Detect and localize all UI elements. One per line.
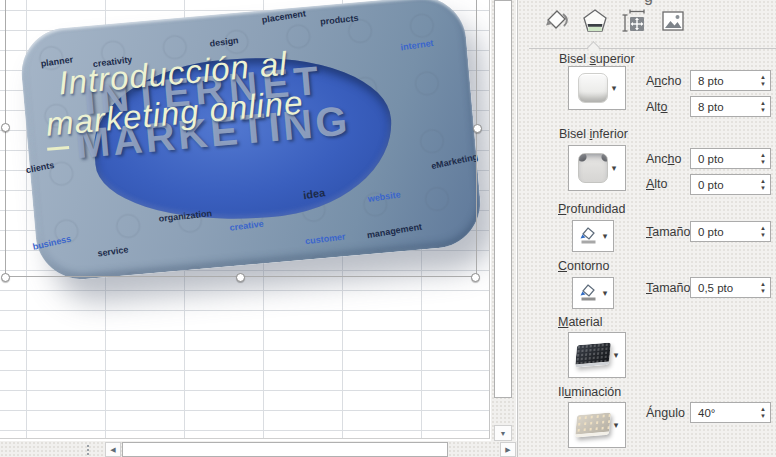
field-label-alto-1: Alto	[646, 100, 668, 114]
puzzle-picture[interactable]: INTERNET MARKETING planner creativity de…	[18, 0, 484, 283]
input-value: 8 pto	[691, 101, 756, 113]
depth-size-input[interactable]: 0 pto ▲▼	[690, 221, 771, 242]
label-text-part: o	[675, 152, 682, 166]
spinner-arrows: ▲▼	[756, 100, 770, 113]
field-label-tamano-2: Tamaño	[646, 281, 690, 295]
spin-down-icon[interactable]: ▼	[760, 232, 766, 238]
vertical-scrollbar[interactable]: ▼	[491, 0, 516, 441]
word-label: service	[97, 244, 129, 258]
word-label: management	[366, 222, 422, 241]
paint-bucket-icon	[544, 8, 570, 34]
word-label: products	[320, 13, 359, 27]
field-label-angulo: Ángulo	[646, 406, 685, 420]
label-text-part: cho	[661, 74, 681, 88]
size-properties-icon	[621, 8, 647, 34]
spin-down-icon[interactable]: ▼	[760, 185, 766, 191]
label-text-part: minación	[571, 385, 621, 399]
label-text-part: ontorno	[567, 259, 609, 273]
word-label: website	[367, 189, 401, 203]
spin-down-icon[interactable]: ▼	[760, 81, 766, 87]
bevel-top-gallery-button[interactable]: ▾	[568, 66, 626, 110]
label-text-part: Bisel	[559, 127, 590, 141]
word-label: creative	[229, 219, 264, 233]
label-text-part: Anc	[646, 152, 668, 166]
spinner-arrows: ▲▼	[756, 178, 770, 191]
spin-down-icon[interactable]: ▼	[760, 159, 766, 165]
spin-up-icon[interactable]: ▲	[760, 152, 766, 158]
spinner-arrows: ▲▼	[756, 281, 770, 294]
spinner-arrows: ▲▼	[756, 406, 770, 419]
tab-size-properties[interactable]	[620, 6, 647, 35]
lighting-gallery-button[interactable]: ▾	[568, 402, 626, 448]
label-text-part: amaño	[652, 281, 690, 295]
word-label: placement	[261, 8, 307, 25]
spin-up-icon[interactable]: ▲	[760, 406, 766, 412]
field-label-tamano-1: Tamaño	[646, 225, 690, 239]
label-text-part: uperior	[596, 52, 635, 66]
scroll-left-button[interactable]: ◀	[105, 442, 121, 457]
spin-down-icon[interactable]: ▼	[760, 107, 766, 113]
material-gallery-button[interactable]: ▾	[568, 332, 626, 378]
bevel-bottom-gallery-button[interactable]: ▾	[568, 145, 626, 191]
spin-up-icon[interactable]: ▲	[760, 100, 766, 106]
selection-handle-bottom-center[interactable]	[236, 273, 245, 282]
depth-bucket-icon	[579, 227, 599, 245]
selection-handle-right[interactable]	[473, 124, 482, 133]
depth-color-button[interactable]: ▾	[572, 220, 614, 252]
word-label: customer	[305, 231, 346, 246]
spin-up-icon[interactable]: ▲	[760, 281, 766, 287]
spin-down-icon[interactable]: ▼	[760, 288, 766, 294]
section-label-bevel-bottom: Bisel inferior	[559, 127, 628, 141]
input-value: 0 pto	[691, 153, 756, 165]
label-text-part: aterial	[568, 315, 602, 329]
selection-handle-bottom-left[interactable]	[1, 273, 10, 282]
spin-up-icon[interactable]: ▲	[760, 74, 766, 80]
selection-handle-left[interactable]	[1, 123, 10, 132]
spin-down-icon[interactable]: ▼	[760, 413, 766, 419]
spin-up-icon[interactable]: ▲	[760, 225, 766, 231]
spinner-arrows: ▲▼	[756, 152, 770, 165]
word-label: eMarketing	[430, 152, 479, 172]
label-text-part: h	[668, 152, 675, 166]
tab-fill-line[interactable]	[543, 6, 570, 35]
section-label-depth: Profundidad	[558, 202, 625, 216]
spin-up-icon[interactable]: ▲	[760, 178, 766, 184]
input-value: 0 pto	[691, 226, 756, 238]
horizontal-scrollbar-thumb[interactable]	[122, 442, 448, 457]
app-window: INTERNET MARKETING planner creativity de…	[0, 0, 776, 457]
label-text-part: M	[558, 315, 568, 329]
tab-split-grip[interactable]	[87, 445, 89, 447]
dropdown-arrow-icon: ▾	[614, 420, 619, 430]
tab-picture[interactable]	[659, 6, 686, 35]
title-underscore	[47, 146, 69, 151]
worksheet-grid[interactable]: INTERNET MARKETING planner creativity de…	[0, 0, 490, 439]
vertical-scrollbar-thumb[interactable]	[494, 0, 512, 398]
dropdown-arrow-icon: ▾	[612, 163, 617, 173]
input-value: 0,5 pto	[691, 282, 756, 294]
input-value: 8 pto	[691, 75, 756, 87]
scroll-right-button[interactable]: ▶	[500, 442, 516, 457]
spinner-arrows: ▲▼	[756, 74, 770, 87]
contour-color-button[interactable]: ▾	[572, 277, 614, 309]
dropdown-arrow-icon: ▾	[603, 288, 608, 298]
section-label-contour: Contorno	[558, 259, 609, 273]
lighting-angle-input[interactable]: 40° ▲▼	[690, 402, 771, 423]
tab-effects[interactable]	[581, 6, 608, 35]
field-label-ancho-2: Ancho	[646, 152, 681, 166]
scroll-down-button[interactable]: ▼	[494, 425, 512, 441]
bevel-top-width-input[interactable]: 8 pto ▲▼	[690, 70, 771, 91]
pane-separator	[529, 48, 776, 49]
label-text-part: Ángulo	[646, 406, 685, 420]
spinner-arrows: ▲▼	[756, 225, 770, 238]
contour-size-input[interactable]: 0,5 pto ▲▼	[690, 277, 771, 298]
bevel-bottom-width-input[interactable]: 0 pto ▲▼	[690, 148, 771, 169]
selection-handle-bottom-right[interactable]	[471, 273, 480, 282]
section-label-material: Material	[558, 315, 602, 329]
bevel-top-thumbnail	[578, 73, 608, 103]
bevel-top-height-input[interactable]: 8 pto ▲▼	[690, 96, 771, 117]
bevel-bottom-height-input[interactable]: 0 pto ▲▼	[690, 174, 771, 195]
label-text-part: nferior	[592, 127, 627, 141]
horizontal-scrollbar[interactable]: ◀ ▶	[0, 441, 517, 457]
label-text-part: amaño	[652, 225, 690, 239]
label-text-part: C	[558, 259, 567, 273]
